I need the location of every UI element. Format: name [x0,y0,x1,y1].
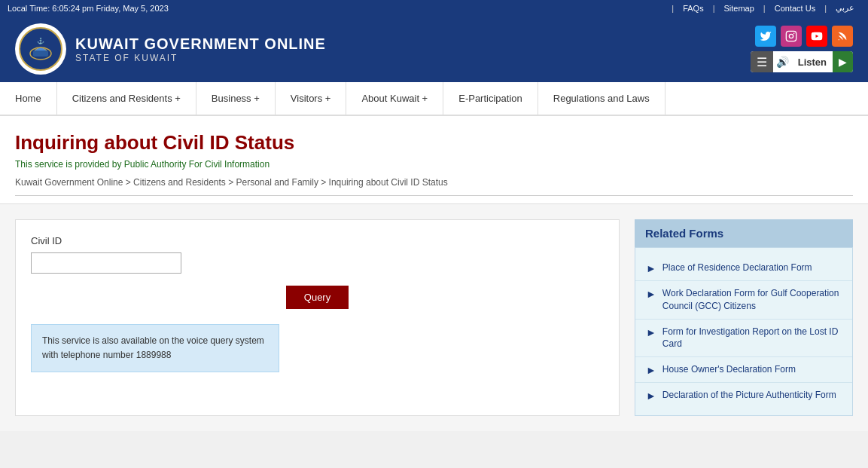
svg-point-6 [793,33,795,35]
related-form-link-4[interactable]: House Owner's Declaration Form [662,363,796,376]
site-subtitle: STATE OF KUWAIT [75,53,326,63]
rss-icon[interactable] [832,26,853,47]
breadcrumb-current: Inquiring about Civil ID Status [329,177,448,188]
nav-regulations[interactable]: Regulations and Laws [538,82,665,115]
related-forms: Related Forms ► Place of Residence Decla… [635,219,853,416]
youtube-icon[interactable] [806,26,827,47]
related-form-item-4[interactable]: ► House Owner's Declaration Form [635,357,852,383]
main-content-header: Inquiring about Civil ID Status This ser… [0,116,868,203]
svg-rect-4 [786,31,796,41]
play-button[interactable]: ▶ [833,51,853,72]
related-form-link-1[interactable]: Place of Residence Declaration Form [662,262,812,274]
related-form-item-2[interactable]: ► Work Declaration Form for Gulf Coopera… [635,281,852,320]
breadcrumb-personal[interactable]: Personal and Family [236,177,318,188]
related-form-item-5[interactable]: ► Declaration of the Picture Authenticit… [635,383,852,408]
nav-about[interactable]: About Kuwait + [346,82,443,115]
related-form-item-1[interactable]: ► Place of Residence Declaration Form [635,255,852,281]
header-right: ☰ 🔊 Listen ▶ [751,26,853,72]
service-provider: This service is provided by Public Autho… [15,159,853,170]
site-title: KUWAIT GOVERNMENT ONLINE [75,35,326,53]
related-form-item-3[interactable]: ► Form for Investigation Report on the L… [635,320,852,358]
header: ⚓ KUWAIT GOVERNMENT ONLINE STATE OF KUWA… [0,16,868,82]
contact-us-link[interactable]: Contact Us [769,4,821,13]
divider4: | [821,4,830,13]
related-form-link-2[interactable]: Work Declaration Form for Gulf Cooperati… [662,287,842,313]
main-nav: Home Citizens and Residents + Business +… [0,82,868,116]
related-forms-body: ► Place of Residence Declaration Form ► … [635,247,853,416]
arrow-icon-3: ► [646,326,656,338]
divider3: | [760,4,769,13]
divider1: | [669,4,677,13]
faqs-link[interactable]: FAQs [677,4,710,13]
content-divider [15,195,853,196]
civil-id-input[interactable] [31,252,181,274]
listen-menu-button[interactable]: ☰ [751,51,773,72]
social-icons [755,26,853,47]
arrow-icon-4: ► [646,364,656,376]
nav-eparticipation[interactable]: E-Participation [443,82,538,115]
svg-text:⚓: ⚓ [37,37,44,44]
arrow-icon-5: ► [646,390,656,402]
local-time: Local Time: 6:05:24 pm Friday, May 5, 20… [8,4,169,13]
arrow-icon-2: ► [646,288,656,300]
speaker-icon: 🔊 [773,51,792,72]
sitemap-link[interactable]: Sitemap [718,4,760,13]
twitter-icon[interactable] [755,26,776,47]
divider2: | [710,4,718,13]
breadcrumb: Kuwait Government Online > Citizens and … [15,177,853,188]
svg-rect-3 [33,50,48,57]
logo-circle: ⚓ [15,23,66,75]
related-form-link-3[interactable]: Form for Investigation Report on the Los… [662,326,842,351]
breadcrumb-home[interactable]: Kuwait Government Online [15,177,123,188]
page-title: Inquiring about Civil ID Status [15,131,853,154]
top-bar-links: | FAQs | Sitemap | Contact Us | عربي [669,3,860,13]
nav-business[interactable]: Business + [196,82,276,115]
listen-button[interactable]: Listen [792,51,833,72]
nav-citizens[interactable]: Citizens and Residents + [57,82,196,115]
svg-point-5 [789,34,793,38]
body-layout: Civil ID Query This service is also avai… [0,203,868,431]
logo-area: ⚓ KUWAIT GOVERNMENT ONLINE STATE OF KUWA… [15,23,326,75]
query-button[interactable]: Query [286,286,349,309]
arrow-icon-1: ► [646,262,656,274]
instagram-icon[interactable] [781,26,802,47]
form-area: Civil ID Query This service is also avai… [15,219,620,416]
svg-point-8 [839,39,839,40]
arabic-link[interactable]: عربي [830,3,860,13]
top-bar: Local Time: 6:05:24 pm Friday, May 5, 20… [0,0,868,16]
related-forms-header: Related Forms [635,219,853,247]
related-form-link-5[interactable]: Declaration of the Picture Authenticity … [662,389,836,402]
nav-home[interactable]: Home [0,82,57,115]
logo-text: KUWAIT GOVERNMENT ONLINE STATE OF KUWAIT [75,35,326,63]
nav-visitors[interactable]: Visitors + [276,82,347,115]
listen-bar: ☰ 🔊 Listen ▶ [751,51,853,72]
civil-id-label: Civil ID [31,235,604,246]
voice-info: This service is also available on the vo… [31,324,279,372]
breadcrumb-citizens[interactable]: Citizens and Residents [133,177,226,188]
